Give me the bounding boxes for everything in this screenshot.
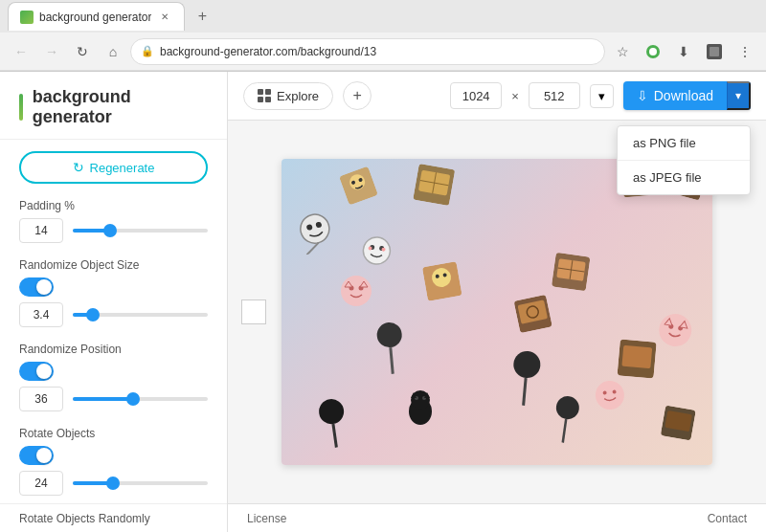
background-preview — [282, 159, 712, 465]
logo-text: background generator — [33, 87, 208, 127]
black-cat — [406, 388, 435, 430]
floating-cat-3 — [592, 378, 627, 416]
selection-rect[interactable] — [241, 299, 266, 324]
download-png-option[interactable]: as PNG file — [618, 126, 750, 161]
download-main-button[interactable]: ⇩ Download — [623, 81, 727, 110]
randomize-size-input[interactable]: 3.4 — [19, 302, 63, 327]
lollipop-4 — [550, 393, 581, 447]
profile-button[interactable] — [701, 38, 728, 65]
nav-bar: ← → ↻ ⌂ 🔒 background-generator.com/backg… — [0, 33, 766, 71]
active-tab[interactable]: background generator ✕ — [8, 2, 185, 31]
new-tab-button[interactable]: + — [189, 3, 215, 30]
randomize-position-slider-thumb[interactable] — [126, 392, 140, 406]
randomize-position-slider-fill — [73, 397, 133, 401]
randomize-position-slider[interactable] — [73, 397, 208, 401]
randomize-size-row: 3.4 — [19, 302, 208, 327]
svg-line-49 — [524, 378, 527, 406]
stamp-3 — [617, 339, 656, 381]
sidebar-header: background generator — [0, 72, 227, 140]
padding-row: 14 — [19, 218, 208, 243]
lollipop-3 — [316, 396, 349, 452]
rotate-objects-row: 24 — [19, 471, 208, 496]
rotate-objects-slider-thumb[interactable] — [106, 477, 120, 490]
rotate-objects-input[interactable]: 24 — [19, 471, 63, 496]
download-button-group: ⇩ Download ▾ — [623, 81, 751, 110]
floating-obj-1 — [339, 166, 379, 209]
regenerate-button[interactable]: ↻ Regenerate — [19, 151, 208, 184]
sidebar-content: ↻ Regenerate Padding % 14 Randomize Obje… — [0, 140, 227, 503]
size-dropdown[interactable]: ▾ — [590, 84, 614, 108]
randomize-size-toggle[interactable] — [19, 277, 54, 297]
lollipop-1 — [375, 321, 407, 378]
sidebar-footer: Rotate Objects Randomly — [0, 503, 227, 532]
extensions-button[interactable] — [640, 38, 666, 65]
size-dropdown-arrow: ▾ — [598, 89, 605, 103]
bookmark-button[interactable]: ☆ — [609, 38, 636, 65]
stamp-2 — [514, 295, 553, 336]
padding-slider[interactable] — [73, 229, 208, 233]
size-separator: × — [511, 89, 519, 103]
download-jpeg-option[interactable]: as JPEG file — [618, 161, 750, 194]
height-input[interactable]: 512 — [529, 82, 580, 109]
sidebar: background generator ↻ Regenerate Paddin… — [0, 72, 228, 532]
browser-actions: ☆ ⬇ ⋮ — [609, 38, 758, 65]
svg-rect-5 — [265, 89, 271, 95]
rotate-objects-knob — [36, 448, 52, 463]
download-dropdown-button[interactable]: ▾ — [727, 81, 751, 110]
explore-label: Explore — [277, 89, 319, 103]
randomize-size-label: Randomize Object Size — [19, 258, 208, 272]
svg-rect-6 — [258, 97, 263, 102]
svg-point-46 — [376, 321, 403, 348]
download-manager-button[interactable]: ⬇ — [670, 38, 697, 65]
randomize-position-control: Randomize Position 36 — [19, 343, 208, 411]
reload-button[interactable]: ↻ — [69, 38, 96, 65]
rotate-objects-toggle[interactable] — [19, 446, 54, 465]
forward-button[interactable]: → — [38, 38, 65, 65]
tab-close-button[interactable]: ✕ — [157, 10, 172, 25]
explore-button[interactable]: Explore — [243, 82, 333, 110]
rotate-objects-label: Rotate Objects — [19, 427, 208, 440]
floating-obj-6 — [356, 233, 395, 276]
main-content: Explore + 1024 × 512 ▾ ⇩ Download ▾ — [228, 72, 766, 532]
floating-obj-5 — [291, 207, 341, 258]
dark-obj-1 — [660, 405, 696, 443]
padding-label: Padding % — [19, 199, 208, 212]
randomize-position-toggle[interactable] — [19, 362, 54, 381]
randomize-position-input[interactable]: 36 — [19, 387, 63, 411]
width-input[interactable]: 1024 — [450, 82, 502, 109]
rotate-random-label: Rotate Objects Randomly — [19, 512, 150, 525]
rotate-objects-control: Rotate Objects 24 — [19, 427, 208, 496]
contact-link[interactable]: Contact — [708, 512, 747, 525]
svg-point-50 — [317, 397, 345, 425]
svg-line-51 — [333, 424, 336, 448]
back-button[interactable]: ← — [8, 38, 34, 65]
menu-button[interactable]: ⋮ — [732, 38, 758, 65]
tab-title: background generator — [39, 11, 151, 24]
randomize-size-slider[interactable] — [73, 313, 208, 317]
tab-favicon — [20, 11, 34, 24]
download-dropdown: as PNG file as JPEG file — [617, 125, 751, 195]
randomize-size-knob — [36, 279, 52, 295]
floating-cat-1 — [339, 274, 373, 311]
randomize-size-slider-thumb[interactable] — [86, 308, 100, 321]
svg-point-33 — [341, 276, 372, 306]
download-icon: ⇩ — [637, 88, 648, 103]
svg-point-48 — [512, 350, 541, 379]
svg-point-24 — [362, 236, 391, 265]
padding-input[interactable]: 14 — [19, 218, 63, 243]
home-button[interactable]: ⌂ — [100, 38, 126, 65]
svg-point-52 — [554, 395, 580, 421]
svg-rect-3 — [710, 47, 719, 56]
address-bar[interactable]: 🔒 background-generator.com/background/13 — [130, 38, 605, 65]
license-link[interactable]: License — [247, 512, 286, 525]
svg-rect-4 — [258, 89, 263, 95]
rotate-objects-slider[interactable] — [73, 481, 208, 485]
add-button[interactable]: + — [343, 81, 372, 110]
svg-point-43 — [595, 380, 626, 411]
floating-obj-2 — [413, 164, 456, 209]
svg-rect-62 — [621, 345, 652, 369]
download-label: Download — [654, 88, 713, 103]
padding-control: Padding % 14 — [19, 199, 208, 243]
svg-point-21 — [297, 211, 332, 247]
padding-slider-thumb[interactable] — [103, 224, 117, 237]
